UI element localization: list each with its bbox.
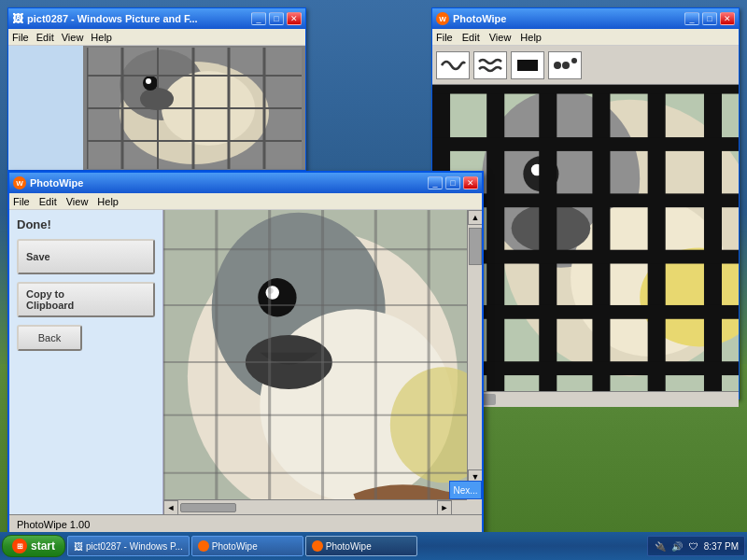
svg-rect-33 <box>704 85 722 391</box>
photowipe-bg-titlebar[interactable]: W PhotoWipe _ □ ✕ <box>432 8 739 29</box>
svg-rect-32 <box>648 85 666 391</box>
squiggle-tool-2[interactable] <box>473 51 507 79</box>
photowipe-logo-icon: W <box>436 12 449 25</box>
photowipe-main-window: W PhotoWipe _ □ ✕ File Edit View Help Do… <box>7 171 484 532</box>
horizontal-scrollbar[interactable]: ◄ ► <box>163 499 467 514</box>
svg-rect-30 <box>539 85 557 391</box>
back-button[interactable]: Back <box>17 325 82 351</box>
rectangle-tool[interactable] <box>511 51 544 79</box>
bg-close-button[interactable]: ✕ <box>720 12 735 25</box>
scroll-corner <box>467 499 482 514</box>
picture-viewer-title: 🖼 pict0287 - Windows Picture and F... <box>12 12 248 25</box>
maximize-button[interactable]: □ <box>269 12 284 25</box>
bg-minimize-button[interactable]: _ <box>684 12 699 25</box>
picture-viewer-content <box>8 46 305 170</box>
windows-logo-icon: ⊞ <box>12 539 27 553</box>
status-bar: PhotoWipe 1.00 <box>9 514 482 532</box>
svg-rect-31 <box>592 85 610 391</box>
svg-point-50 <box>258 278 296 316</box>
right-canvas: ▲ ▼ ◄ ► Nex... <box>163 210 482 514</box>
svg-point-17 <box>554 62 561 69</box>
main-restore-button[interactable]: □ <box>445 176 460 189</box>
menu-edit[interactable]: Edit <box>36 32 54 43</box>
bg-menu-help[interactable]: Help <box>520 32 542 43</box>
desktop: 🖼 pict0287 - Windows Picture and F... _ … <box>0 0 747 532</box>
tray-time: 8:37 PM <box>704 541 739 552</box>
taskbar: ⊞ start 🖼 pict0287 - Windows P... PhotoW… <box>0 532 747 560</box>
main-menu-help[interactable]: Help <box>97 196 119 207</box>
left-panel: Done! Save Copy toClipboard Back <box>9 210 163 514</box>
scroll-thumb-h[interactable] <box>180 503 236 512</box>
menu-file[interactable]: File <box>12 32 29 43</box>
dots-tool[interactable] <box>548 51 582 79</box>
menu-help[interactable]: Help <box>91 32 112 43</box>
svg-point-19 <box>571 58 577 63</box>
main-close-button[interactable]: ✕ <box>463 176 478 189</box>
squiggle1-icon <box>439 54 467 77</box>
close-button[interactable]: ✕ <box>287 12 302 25</box>
taskbar-photowipe-icon-1 <box>198 540 209 552</box>
picture-viewer-window: 🖼 pict0287 - Windows Picture and F... _ … <box>7 7 306 171</box>
scroll-up-arrow[interactable]: ▲ <box>468 210 482 225</box>
taskbar-photowipe-icon-2 <box>312 540 323 552</box>
main-parrot-image <box>163 210 482 514</box>
main-menu-edit[interactable]: Edit <box>39 196 57 207</box>
taskbar-icon-1: 🖼 <box>74 541 83 552</box>
vertical-scrollbar[interactable]: ▲ ▼ <box>467 210 482 499</box>
copy-to-clipboard-button[interactable]: Copy toClipboard <box>17 282 155 317</box>
done-label: Done! <box>17 217 155 231</box>
next-button[interactable]: Nex... <box>449 481 482 499</box>
start-button[interactable]: ⊞ start <box>2 535 65 557</box>
squiggle2-icon <box>476 54 504 77</box>
bg-menu-view[interactable]: View <box>489 32 512 43</box>
photowipe-main-title: W PhotoWipe <box>13 176 425 189</box>
svg-rect-35 <box>432 137 739 151</box>
tray-icon-network: 🔌 <box>654 539 667 553</box>
svg-rect-34 <box>432 85 739 94</box>
bg-menu-file[interactable]: File <box>436 32 453 43</box>
taskbar-tray: 🔌 🔊 🛡 8:37 PM <box>647 536 745 556</box>
bg-maximize-button[interactable]: □ <box>702 12 717 25</box>
tray-icon-volume: 🔊 <box>670 539 684 553</box>
photowipe-bg-title: W PhotoWipe <box>436 12 682 25</box>
scroll-left-arrow[interactable]: ◄ <box>163 500 178 514</box>
picture-viewer-titlebar[interactable]: 🖼 pict0287 - Windows Picture and F... _ … <box>8 8 305 29</box>
svg-rect-29 <box>486 85 504 391</box>
squiggle-tool-1[interactable] <box>436 51 470 79</box>
main-menu-view[interactable]: View <box>66 196 89 207</box>
parrot-image <box>87 48 302 169</box>
save-button[interactable]: Save <box>17 239 155 274</box>
menu-view[interactable]: View <box>62 32 84 43</box>
status-text: PhotoWipe 1.00 <box>17 519 90 530</box>
scroll-right-arrow[interactable]: ► <box>437 500 452 514</box>
picture-viewer-image <box>83 46 305 170</box>
dots-icon <box>551 54 579 77</box>
taskbar-btn-photowipe-1[interactable]: PhotoWipe <box>191 536 303 556</box>
tray-icon-antivirus: 🛡 <box>687 539 700 553</box>
photowipe-bg-toolbar <box>432 46 739 85</box>
main-menu-file[interactable]: File <box>13 196 30 207</box>
taskbar-btn-photowipe-2[interactable]: PhotoWipe <box>305 536 417 556</box>
svg-point-6 <box>146 78 151 84</box>
photowipe-main-logo-icon: W <box>13 176 26 189</box>
scroll-thumb-v[interactable] <box>469 228 482 265</box>
svg-point-18 <box>562 62 570 69</box>
photowipe-main-titlebar[interactable]: W PhotoWipe _ □ ✕ <box>9 173 482 193</box>
main-minimize-button[interactable]: _ <box>428 176 443 189</box>
picture-viewer-sidebar <box>8 46 83 170</box>
taskbar-btn-picture-viewer[interactable]: 🖼 pict0287 - Windows P... <box>67 536 190 556</box>
svg-rect-16 <box>517 60 538 71</box>
photowipe-main-body: Done! Save Copy toClipboard Back <box>9 210 482 514</box>
photowipe-main-menu: File Edit View Help <box>9 193 482 210</box>
bg-menu-edit[interactable]: Edit <box>462 32 480 43</box>
rectangle-icon <box>514 54 542 77</box>
picture-viewer-menu: File Edit View Help <box>8 29 305 46</box>
photowipe-bg-menu: File Edit View Help <box>432 29 739 46</box>
minimize-button[interactable]: _ <box>251 12 266 25</box>
